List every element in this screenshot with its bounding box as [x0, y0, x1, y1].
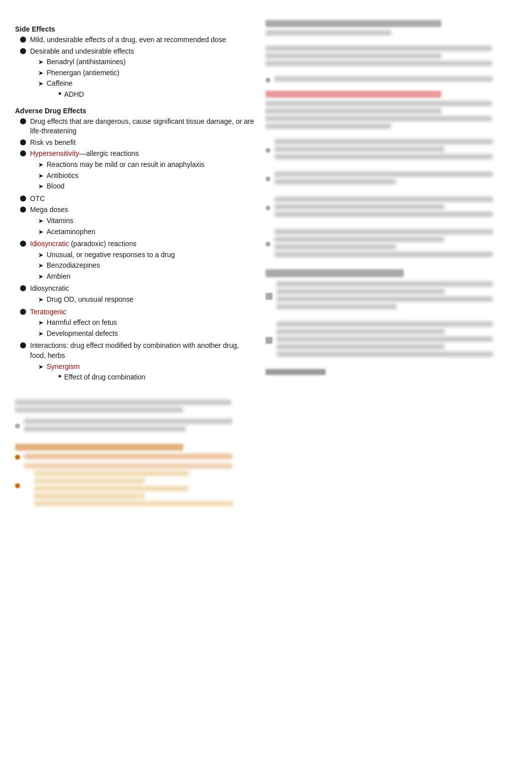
right-blurred-bullet-row — [265, 76, 517, 84]
blurred-bullet-row — [265, 197, 517, 219]
page-layout: Side Effects Mild, undesirable effects o… — [15, 20, 517, 510]
teratogenic-label: Teratogenic — [30, 308, 66, 316]
sub-list-item: ➤ Antibiotics — [38, 171, 255, 181]
sub-sub-item-text: ADHD — [64, 90, 84, 100]
hypersensitivity-label: Hypersensitivity — [30, 149, 79, 157]
blurred-bullet-row — [265, 229, 517, 259]
blurred-content — [275, 197, 517, 219]
idiosyncratic-label: Idiosyncratic — [30, 240, 69, 248]
blurred-line — [277, 296, 493, 302]
blurred-line — [275, 237, 444, 242]
blurred-section — [15, 400, 255, 413]
list-item: Mega doses ➤ Vitamins ➤ Acetaminophen — [20, 205, 255, 238]
blurred-line — [15, 400, 231, 405]
sub-sub-list: Effect of drug combination — [47, 372, 145, 382]
item-text: Idiosyncratic (paradoxic) reactions ➤ Un… — [30, 239, 255, 282]
right-section-4 — [265, 139, 517, 161]
blurred-line — [277, 321, 493, 327]
blurred-heading — [265, 269, 404, 277]
item-text: Mega doses ➤ Vitamins ➤ Acetaminophen — [30, 205, 255, 238]
blurred-line — [265, 116, 492, 121]
arrow-icon: ➤ — [38, 272, 44, 281]
item-text: Idiosyncratic ➤ Drug OD, unusual respons… — [30, 284, 255, 305]
blurred-line — [275, 179, 396, 184]
bullet-icon — [20, 118, 26, 124]
sub-list-item: ➤ Reactions may be mild or can result in… — [38, 160, 255, 170]
sub-item-text: Ambien — [47, 272, 70, 282]
arrow-icon: ➤ — [38, 79, 44, 88]
sub-item-text: Vitamins — [47, 216, 73, 226]
blurred-bullet-row — [15, 419, 255, 434]
list-item: Mild, undesirable effects of a drug, eve… — [20, 35, 255, 45]
blurred-line — [265, 61, 492, 66]
right-section-10 — [265, 321, 517, 359]
bullet-icon — [20, 207, 26, 213]
adverse-list: Drug effects that are dangerous, cause s… — [15, 117, 255, 384]
bullet-icon — [20, 48, 26, 54]
item-text: Hypersensitivity—allergic reactions ➤ Re… — [30, 149, 255, 192]
blurred-bullet — [15, 424, 20, 429]
sub-list: ➤ Vitamins ➤ Acetaminophen — [30, 216, 255, 237]
right-section-5 — [265, 171, 517, 186]
list-item: Drug effects that are dangerous, cause s… — [20, 117, 255, 136]
blurred-content — [275, 76, 517, 84]
synergism-label: Synergism — [47, 362, 80, 370]
list-item: OTC — [20, 194, 255, 204]
adverse-heading: Adverse Drug Effects — [15, 107, 255, 115]
blurred-line — [265, 101, 492, 106]
blurred-bullet — [15, 455, 20, 460]
blurred-content — [24, 419, 255, 434]
blurred-line — [277, 336, 493, 342]
list-item: Desirable and undesirable effects ➤ Bena… — [20, 47, 255, 102]
blurred-line — [275, 154, 493, 159]
right-footer — [265, 369, 517, 375]
blurred-icon — [265, 293, 273, 300]
right-column — [265, 20, 517, 510]
small-bullet-icon — [59, 92, 61, 95]
sub-sub-list-item: Effect of drug combination — [59, 372, 145, 382]
right-section-6 — [265, 197, 517, 219]
sub-item-text: Benadryl (antihistamines) — [47, 57, 126, 67]
blurred-line — [277, 304, 397, 309]
right-section-9 — [265, 281, 517, 311]
sub-item-text: Blood — [47, 181, 65, 191]
blurred-line — [265, 30, 391, 36]
sub-item-text: Synergism Effect of drug combination — [47, 362, 145, 383]
sub-list: ➤ Synergism Effect of drug combination — [30, 362, 255, 383]
blurred-content — [24, 454, 255, 461]
arrow-icon: ➤ — [38, 295, 44, 304]
sub-list-item: ➤ Drug OD, unusual response — [38, 295, 255, 305]
sub-item-text: Antibiotics — [47, 171, 79, 181]
right-section-2 — [265, 46, 517, 66]
blurred-bullet — [265, 78, 271, 83]
arrow-icon: ➤ — [38, 58, 44, 67]
blurred-line — [277, 289, 445, 294]
blurred-heading — [15, 444, 183, 451]
footer-blurred — [265, 369, 326, 375]
blurred-line — [275, 252, 493, 257]
blurred-content — [275, 139, 517, 161]
sub-list-item: ➤ Vitamins — [38, 216, 255, 226]
sub-sub-list-item: ADHD — [59, 90, 84, 100]
blurred-line — [275, 204, 444, 210]
blurred-line — [34, 478, 145, 484]
blurred-line — [34, 486, 189, 491]
arrow-icon: ➤ — [38, 228, 44, 237]
sub-item-text: Phenergan (antiemetic) — [47, 68, 120, 78]
list-item: Idiosyncratic ➤ Drug OD, unusual respons… — [20, 284, 255, 305]
blurred-line — [277, 351, 493, 357]
blurred-line — [265, 123, 391, 129]
arrow-icon: ➤ — [38, 160, 44, 169]
sub-sub-list: ADHD — [47, 90, 84, 100]
blurred-line — [24, 419, 232, 424]
blurred-heading — [265, 20, 441, 27]
blurred-line — [275, 171, 493, 177]
blurred-line — [265, 46, 492, 51]
blurred-bullet-row — [265, 321, 517, 359]
side-effects-list: Mild, undesirable effects of a drug, eve… — [15, 35, 255, 102]
sub-item-text: Caffeine ADHD — [47, 79, 84, 100]
blurred-heading — [265, 91, 441, 98]
arrow-icon: ➤ — [38, 318, 44, 327]
blurred-line — [277, 329, 445, 334]
bullet-icon — [20, 150, 26, 156]
